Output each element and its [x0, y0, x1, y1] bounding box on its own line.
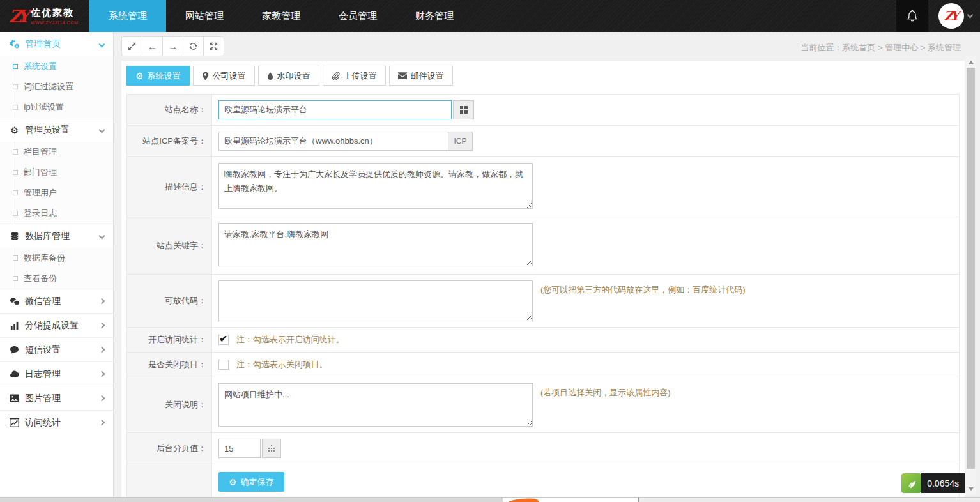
brand-logo[interactable]: ZY 佐优家教 WWW.ZYJJ114.COM: [0, 0, 89, 32]
sidebar-item-login-log[interactable]: 登录日志: [0, 203, 113, 224]
close-project-checkbox[interactable]: [218, 360, 229, 370]
form-row-icp: 站点ICP备案号： ICP: [127, 126, 960, 157]
sidebar-item-column-mgmt[interactable]: 栏目管理: [0, 142, 113, 162]
site-name-input[interactable]: [218, 100, 452, 119]
form-row-page-size: 后台分页值：: [127, 433, 960, 464]
code-textarea[interactable]: [218, 280, 533, 321]
user-avatar[interactable]: ZY: [938, 3, 964, 29]
field-label: 是否关闭项目：: [127, 353, 212, 377]
sidebar-section-admin-settings[interactable]: ⚙ 管理员设置: [0, 118, 113, 142]
vertical-scrollbar[interactable]: [965, 56, 976, 494]
user-menu-chevron-down-icon[interactable]: [967, 12, 974, 19]
sidebar-section-database[interactable]: 数据库管理: [0, 224, 113, 248]
sidebar-item-department-mgmt[interactable]: 部门管理: [0, 162, 113, 183]
chevron-right-icon: [99, 298, 105, 305]
chevron-right-icon: [99, 371, 105, 377]
gear-icon: ⚙: [135, 72, 144, 80]
arrow-left-icon: ←: [148, 41, 157, 52]
topnav-item-tutor[interactable]: 家教管理: [243, 0, 319, 32]
sidebar-section-admin-home[interactable]: 管理首页: [0, 32, 113, 56]
code-hint: (您可以把第三方的代码放在这里，例如：百度统计代码): [540, 280, 746, 296]
settings-tabs: ⚙ 系统设置 公司设置 水印设置 上传设置: [126, 66, 960, 86]
back-button[interactable]: ←: [142, 36, 163, 56]
scrollbar-thumb[interactable]: [967, 68, 975, 469]
close-project-hint: 注：勾选表示关闭项目。: [236, 360, 328, 369]
refresh-button[interactable]: [183, 36, 204, 56]
sidebar-section-commission[interactable]: 分销提成设置: [0, 313, 113, 337]
icp-addon: ICP: [448, 132, 473, 151]
chevron-right-icon: [99, 420, 105, 426]
form-row-visit-stats: 开启访问统计： 注：勾选表示开启访问统计。: [127, 328, 960, 353]
arrow-right-icon: →: [168, 41, 178, 52]
sidebar-item-view-backup[interactable]: 查看备份: [0, 268, 113, 289]
tab-system-settings[interactable]: ⚙ 系统设置: [126, 66, 190, 86]
save-button[interactable]: ⚙ 确定保存: [218, 472, 284, 492]
thinkphp-icon: [901, 473, 921, 493]
bottom-strip-right: [639, 498, 980, 502]
sidebar-section-visit-stats[interactable]: 访问统计: [0, 410, 113, 434]
chevron-right-icon: [99, 323, 105, 329]
field-label: 后台分页值：: [127, 433, 212, 464]
field-label: 可放代码：: [127, 275, 212, 328]
sidebar-section-sms[interactable]: 短信设置: [0, 337, 113, 361]
tab-company-settings[interactable]: 公司设置: [193, 66, 255, 86]
site-name-addon-button[interactable]: [453, 100, 474, 119]
tab-watermark-settings[interactable]: 水印设置: [258, 66, 319, 86]
envelope-icon: [398, 72, 407, 79]
bar-chart-icon: [9, 321, 20, 330]
topnav-item-website[interactable]: 网站管理: [166, 0, 243, 32]
sidebar-item-db-backup[interactable]: 数据库备份: [0, 248, 113, 268]
sidebar-item-admin-users[interactable]: 管理用户: [0, 183, 113, 203]
sidebar-group-database: 数据库备份 查看备份: [0, 248, 113, 289]
history-toolbar: ← →: [121, 36, 224, 56]
top-menu: 系统管理 网站管理 家教管理 会员管理 财务管理: [89, 0, 473, 32]
visit-stats-checkbox[interactable]: [218, 335, 229, 345]
sidebar-section-label: 管理首页: [25, 38, 61, 50]
close-note-hint: (若项目选择关闭，显示该属性内容): [540, 383, 671, 399]
page-size-input[interactable]: [218, 439, 261, 458]
sidebar-section-label: 访问统计: [25, 417, 61, 429]
close-note-textarea[interactable]: 网站项目维护中...: [218, 383, 533, 427]
keywords-textarea[interactable]: 请家教,家教平台,嗨教家教网: [218, 223, 533, 266]
sidebar-item-ip-filter[interactable]: Ip过滤设置: [0, 97, 113, 118]
scroll-up-arrow[interactable]: [965, 57, 976, 66]
form-row-close-project: 是否关闭项目： 注：勾选表示关闭项目。: [127, 353, 960, 377]
tab-label: 水印设置: [277, 70, 310, 82]
breadcrumb: 当前位置：系统首页 > 管理中心 > 系统管理: [800, 42, 961, 54]
execution-time-value: 0.0654s: [921, 473, 965, 493]
gear-icon: ⚙: [9, 126, 20, 135]
dots-grid-icon: [268, 445, 275, 452]
map-marker-icon: [202, 72, 209, 80]
page-size-addon-button[interactable]: [262, 439, 281, 458]
icp-input[interactable]: [218, 132, 448, 151]
notifications-button[interactable]: [896, 0, 928, 32]
form-row-close-note: 关闭说明： 网站项目维护中... (若项目选择关闭，显示该属性内容): [127, 377, 960, 433]
sidebar-section-label: 短信设置: [25, 344, 61, 356]
forward-button[interactable]: →: [162, 36, 183, 56]
form-row-keywords: 站点关键字： 请家教,家教平台,嗨教家教网: [127, 217, 960, 275]
description-textarea[interactable]: 嗨教家教网，专注于为广大家长及学员提供优质的教师资源。请家教，做家都，就上嗨教家…: [218, 163, 533, 209]
execution-time-badge[interactable]: 0.0654s: [901, 473, 965, 493]
sidebar-section-logs[interactable]: 日志管理: [0, 361, 113, 386]
sidebar-section-label: 图片管理: [25, 393, 61, 404]
topnav-item-member[interactable]: 会员管理: [319, 0, 396, 32]
fullscreen-button[interactable]: [203, 36, 224, 56]
page-bottom-strip: [0, 497, 980, 502]
sidebar-item-system-settings[interactable]: 系统设置: [0, 56, 113, 77]
sidebar-section-wechat[interactable]: 微信管理: [0, 289, 113, 313]
sidebar-item-word-filter[interactable]: 词汇过滤设置: [0, 77, 113, 97]
topnav-item-finance[interactable]: 财务管理: [396, 0, 473, 32]
gear-icon: ⚙: [229, 478, 237, 487]
expand-button[interactable]: [121, 36, 142, 56]
topnav-item-system[interactable]: 系统管理: [89, 0, 166, 32]
field-label: 关闭说明：: [127, 377, 212, 433]
tab-mail-settings[interactable]: 邮件设置: [389, 66, 453, 86]
tab-upload-settings[interactable]: 上传设置: [323, 66, 386, 86]
tab-label: 系统设置: [148, 70, 181, 82]
brand-url: WWW.ZYJJ114.COM: [31, 20, 78, 25]
sidebar-section-images[interactable]: 图片管理: [0, 386, 113, 410]
scroll-down-arrow[interactable]: [965, 484, 976, 493]
field-label: 站点名称：: [127, 95, 212, 126]
form-row-site-name: 站点名称：: [127, 95, 960, 126]
cogs-icon: [9, 40, 20, 49]
